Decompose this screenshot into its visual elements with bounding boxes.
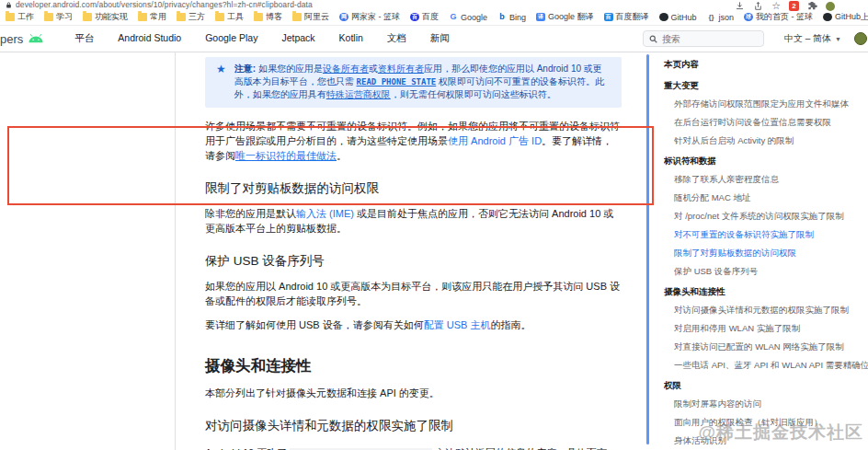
- usb-paragraph-2: 要详细了解如何使用 USB 设备，请参阅有关如何配置 USB 主机的指南。: [205, 317, 622, 332]
- bookmark-favicon: 百: [410, 13, 419, 21]
- bookmark-label: Bing: [509, 13, 526, 22]
- account-avatar[interactable]: [854, 32, 867, 45]
- nav-item[interactable]: Android Studio: [118, 32, 181, 45]
- inline-link[interactable]: 资料所有者: [378, 63, 424, 74]
- language-selector[interactable]: 中文 – 简体 ▼: [784, 32, 841, 45]
- inline-link[interactable]: 配置 USB 主机: [424, 319, 491, 330]
- star-icon: ★: [216, 63, 226, 101]
- toc-item[interactable]: 在后台运行时访问设备位置信息需要权限: [664, 117, 868, 128]
- toc-item[interactable]: 摄像头和连接性: [664, 286, 868, 297]
- bookmark-item[interactable]: 博客: [254, 11, 282, 23]
- bookmark-item[interactable]: 常用: [138, 11, 166, 23]
- toc-item[interactable]: 对直接访问已配置的 WLAN 网络实施了限制: [664, 341, 868, 352]
- nav-item[interactable]: Google Play: [205, 32, 257, 45]
- bookmark-item[interactable]: 球 我的首页 - 篮球: [744, 11, 813, 23]
- bookmark-item[interactable]: 三方: [177, 11, 205, 23]
- nav-item[interactable]: 新闻: [430, 32, 450, 45]
- text-segment: 除非您的应用是默认: [205, 208, 296, 219]
- text-segment: 。: [337, 150, 347, 161]
- usb-paragraph-1: 如果您的应用以 Android 10 或更高版本为目标平台，则该应用只能在用户授…: [205, 279, 622, 308]
- toc-item[interactable]: 权限: [664, 380, 868, 391]
- toc-item[interactable]: 对启用和停用 WLAN 实施了限制: [664, 323, 868, 334]
- bookmark-star-icon[interactable]: ☆: [771, 1, 781, 11]
- android-developers-logo[interactable]: pers: [0, 32, 45, 46]
- extension-badge-icon[interactable]: 2: [789, 1, 799, 11]
- bookmark-label: 百度翻译: [616, 11, 649, 23]
- bookmark-item[interactable]: 学习: [44, 11, 73, 23]
- bookmark-favicon: [138, 13, 147, 21]
- search-input[interactable]: [662, 34, 758, 44]
- toc-item[interactable]: 随机分配 MAC 地址: [664, 192, 868, 203]
- toc-item[interactable]: 面向用户的权限检查（针对旧版应用）: [664, 417, 868, 428]
- inline-link[interactable]: 使用 Android 广告 ID: [448, 135, 542, 146]
- bookmark-item[interactable]: 译 Google 翻译: [536, 11, 594, 23]
- nav-item[interactable]: 文档: [387, 32, 406, 45]
- bookmark-item[interactable]: GitHub上受欢迎的...: [823, 11, 868, 23]
- nav-item[interactable]: Kotlin: [339, 32, 363, 45]
- toc-item[interactable]: 保护 USB 设备序列号: [664, 266, 868, 277]
- nav-item[interactable]: Jetpack: [281, 32, 314, 45]
- language-label: 中文 – 简体: [784, 32, 831, 45]
- toc-item[interactable]: 对 /proc/net 文件系统的访问权限实施了限制: [664, 211, 868, 222]
- bookmark-favicon: [254, 13, 263, 21]
- chevron-down-icon: ▼: [835, 36, 841, 42]
- search-box[interactable]: [643, 30, 764, 47]
- browser-address-bar[interactable]: developer.android.com/about/versions/10/…: [0, 0, 868, 9]
- bookmark-label: json: [719, 13, 735, 22]
- bookmark-favicon: [177, 13, 186, 21]
- bookmark-item[interactable]: 工具: [215, 11, 244, 23]
- bookmark-item[interactable]: 百 百度: [410, 11, 439, 23]
- inline-link[interactable]: 特殊运营商权限: [326, 89, 391, 99]
- bookmark-item[interactable]: 百 百度翻译: [604, 11, 649, 23]
- bookmark-item[interactable]: G Google: [449, 13, 487, 22]
- bookmark-label: GitHub上受欢迎的...: [835, 11, 868, 23]
- bookmark-label: 工具: [227, 11, 244, 23]
- bookmark-label: Google: [461, 13, 487, 22]
- toc-item[interactable]: 一些电话 API、蓝牙 API 和 WLAN API 需要精确位置权限: [664, 360, 868, 371]
- toc-item[interactable]: 身体活动识别: [664, 435, 868, 446]
- inline-link[interactable]: 输入法 (IME): [296, 208, 354, 219]
- bookmark-item[interactable]: 阿里云: [292, 11, 329, 23]
- inline-link[interactable]: 唯一标识符的最佳做法: [235, 150, 337, 161]
- bookmark-favicon: 球: [744, 13, 753, 21]
- toc-item[interactable]: 对访问摄像头详情和元数据的权限实施了限制: [664, 305, 868, 316]
- url-text[interactable]: developer.android.com/about/versions/10/…: [16, 0, 313, 9]
- download-icon[interactable]: [735, 1, 745, 11]
- bookmark-favicon: 百: [604, 13, 613, 21]
- bookmark-item[interactable]: 网 网家家 - 篮球: [339, 11, 400, 23]
- toc-item[interactable]: 限制了对剪贴板数据的访问权限: [664, 248, 868, 259]
- bookmark-item[interactable]: b Bing: [497, 13, 526, 22]
- nav-item[interactable]: 平台: [74, 32, 94, 45]
- bookmark-item[interactable]: GitHub: [659, 13, 697, 22]
- text-segment: 或: [369, 63, 378, 74]
- bookmark-item[interactable]: {} json: [707, 13, 735, 22]
- toc-item[interactable]: 重大变更: [664, 80, 868, 91]
- toc-item[interactable]: 标识符和数据: [664, 156, 868, 167]
- toc-item[interactable]: 移除了联系人亲密程度信息: [664, 174, 868, 185]
- toc-item[interactable]: 针对从后台启动 Activity 的限制: [664, 135, 868, 146]
- inline-link[interactable]: 设备所有者: [323, 63, 369, 74]
- toc-list: 重大变更外部存储访问权限范围限定为应用文件和媒体在后台运行时访问设备位置信息需要…: [664, 80, 868, 450]
- toc-item[interactable]: 对不可重置的设备标识符实施了限制: [664, 229, 868, 240]
- text-segment: 如果您的应用是: [258, 63, 323, 74]
- bookmark-favicon: [659, 13, 668, 21]
- bookmark-label: 我的首页 - 篮球: [756, 11, 813, 23]
- text-segment: 要详细了解如何使用 USB 设备，请参阅有关如何: [205, 319, 424, 330]
- bookmark-favicon: [6, 13, 15, 21]
- extensions-puzzle-icon[interactable]: [807, 1, 817, 11]
- android-robot-icon: [27, 33, 45, 44]
- camera-intro-paragraph: 本部分列出了针对摄像头元数据和连接 API 的变更。: [205, 386, 622, 400]
- share-icon[interactable]: [753, 1, 763, 11]
- bookmark-favicon: 网: [339, 13, 348, 21]
- bookmark-label: 百度: [422, 11, 439, 23]
- note-callout: ★ 注意: 如果您的应用是设备所有者或资料所有者应用，那么即使您的应用以 And…: [205, 57, 622, 108]
- toc-item[interactable]: 限制对屏幕内容的访问: [664, 398, 868, 410]
- site-header: pers 平台Android StudioGoogle PlayJetpackK…: [0, 26, 868, 52]
- inline-link[interactable]: READ_PHONE_STATE: [357, 77, 437, 87]
- note-text: 注意: 如果您的应用是设备所有者或资料所有者应用，那么即使您的应用以 Andro…: [234, 63, 611, 101]
- bookmark-item[interactable]: 工作: [6, 11, 34, 23]
- toc-item[interactable]: 外部存储访问权限范围限定为应用文件和媒体: [664, 98, 868, 110]
- browser-profile-avatar[interactable]: [826, 2, 835, 11]
- bookmark-item[interactable]: 功能实现: [83, 11, 128, 23]
- page-scrollbar[interactable]: [646, 54, 649, 444]
